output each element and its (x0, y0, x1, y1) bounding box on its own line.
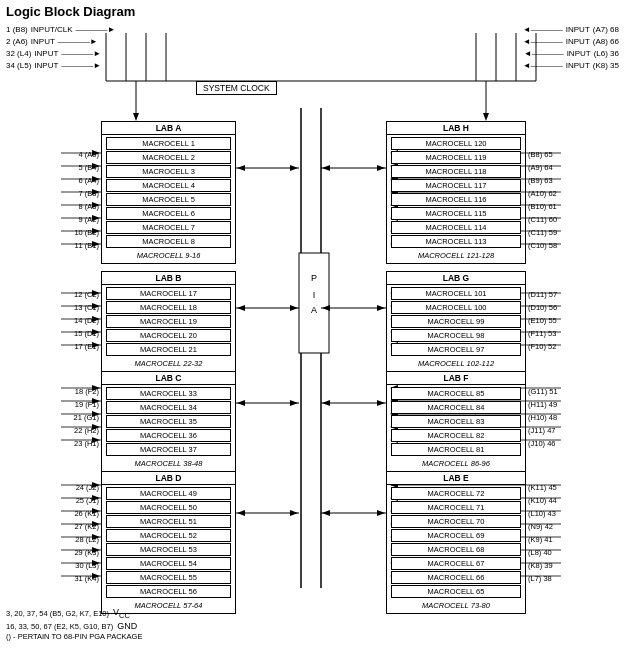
svg-text:P: P (311, 273, 317, 283)
lab-f: LAB F MACROCELL 85 MACROCELL 84 MACROCEL… (386, 371, 526, 472)
macrocell-71: MACROCELL 71 (391, 501, 521, 514)
pin-1-label: 1 (B8) (6, 25, 28, 34)
macrocell-54: MACROCELL 54 (106, 557, 231, 570)
svg-text:I: I (313, 290, 316, 300)
macrocell-84: MACROCELL 84 (391, 401, 521, 414)
note-vcc: 3, 20, 37, 54 (B5, G2, K7, E10) (6, 609, 109, 618)
lab-h-pins: (B8) 65 (A9) 64 (B9) 63 (A10) 62 (B10) 6… (528, 148, 557, 252)
macrocell-3: MACROCELL 3 (106, 165, 231, 178)
pin-35-type: INPUT (566, 61, 590, 70)
macrocell-66: MACROCELL 66 (391, 571, 521, 584)
macrocell-99: MACROCELL 99 (391, 315, 521, 328)
lab-e: LAB E MACROCELL 72 MACROCELL 71 MACROCEL… (386, 471, 526, 614)
macrocell-18: MACROCELL 18 (106, 301, 231, 314)
pin-68-type: INPUT (566, 25, 590, 34)
lab-a-title: LAB A (102, 122, 235, 135)
note-gnd: 16, 33, 50, 67 (E2, K5, G10, B7) (6, 622, 113, 631)
lab-d-title: LAB D (102, 472, 235, 485)
macrocell-113: MACROCELL 113 (391, 235, 521, 248)
svg-marker-36 (377, 400, 385, 406)
svg-marker-20 (237, 165, 245, 171)
macrocell-82: MACROCELL 82 (391, 429, 521, 442)
macrocell-group-b: MACROCELL 22-32 (104, 357, 233, 370)
svg-marker-39 (290, 510, 298, 516)
pin-68-label: (A7) 68 (593, 25, 619, 34)
macrocell-101: MACROCELL 101 (391, 287, 521, 300)
macrocell-20: MACROCELL 20 (106, 329, 231, 342)
svg-marker-41 (322, 510, 330, 516)
lab-d: LAB D MACROCELL 49 MACROCELL 50 MACROCEL… (101, 471, 236, 614)
lab-f-title: LAB F (387, 372, 525, 385)
macrocell-69: MACROCELL 69 (391, 529, 521, 542)
macrocell-2: MACROCELL 2 (106, 151, 231, 164)
system-clock-label: SYSTEM CLOCK (196, 81, 277, 95)
lab-a-pins: 4 (A5) 5 (B4) 6 (A4) 7 (B3) 8 (A3) 9 (A2… (6, 148, 99, 252)
svg-marker-30 (377, 305, 385, 311)
lab-c-pins: 18 (F2) 19 (F1) 21 (G1) 22 (H2) 23 (H1) (6, 385, 99, 450)
pin-34-type: INPUT (34, 61, 58, 70)
macrocell-81: MACROCELL 81 (391, 443, 521, 456)
macrocell-group-e: MACROCELL 73-80 (389, 599, 523, 612)
macrocell-35: MACROCELL 35 (106, 415, 231, 428)
lab-b-title: LAB B (102, 272, 235, 285)
macrocell-5: MACROCELL 5 (106, 193, 231, 206)
macrocell-17: MACROCELL 17 (106, 287, 231, 300)
macrocell-51: MACROCELL 51 (106, 515, 231, 528)
lab-g-pins: (D11) 57 (D10) 56 (E10) 55 (F11) 53 (F10… (528, 288, 557, 353)
left-inputs: 1 (B8) INPUT/CLK ————► 2 (A6) INPUT ————… (6, 25, 116, 70)
macrocell-117: MACROCELL 117 (391, 179, 521, 192)
pin-66-label: (A8) 66 (593, 37, 619, 46)
lab-g: LAB G MACROCELL 101 MACROCELL 100 MACROC… (386, 271, 526, 372)
macrocell-52: MACROCELL 52 (106, 529, 231, 542)
macrocell-83: MACROCELL 83 (391, 415, 521, 428)
right-inputs: ◄———— INPUT (A7) 68 ◄———— INPUT (A8) 66 … (523, 25, 619, 70)
lab-g-title: LAB G (387, 272, 525, 285)
macrocell-7: MACROCELL 7 (106, 221, 231, 234)
macrocell-6: MACROCELL 6 (106, 207, 231, 220)
pin-36-label: (L6) 36 (594, 49, 619, 58)
macrocell-34: MACROCELL 34 (106, 401, 231, 414)
pin-66-type: INPUT (566, 37, 590, 46)
svg-marker-33 (290, 400, 298, 406)
lab-d-pins: 24 (J2) 25 (J1) 26 (K1) 27 (K2) 28 (L2) … (6, 481, 99, 585)
macrocell-4: MACROCELL 4 (106, 179, 231, 192)
svg-marker-29 (322, 305, 330, 311)
macrocell-119: MACROCELL 119 (391, 151, 521, 164)
macrocell-group-h: MACROCELL 121-128 (389, 249, 523, 262)
pin-35-label: (K8) 35 (593, 61, 619, 70)
macrocell-49: MACROCELL 49 (106, 487, 231, 500)
macrocell-56: MACROCELL 56 (106, 585, 231, 598)
pin-36-type: INPUT (567, 49, 591, 58)
macrocell-8: MACROCELL 8 (106, 235, 231, 248)
macrocell-115: MACROCELL 115 (391, 207, 521, 220)
svg-marker-32 (237, 400, 245, 406)
svg-marker-42 (377, 510, 385, 516)
pin-2-type: INPUT (31, 37, 55, 46)
lab-h-title: LAB H (387, 122, 525, 135)
macrocell-group-g: MACROCELL 102-112 (389, 357, 523, 370)
page-title: Logic Block Diagram (6, 4, 619, 19)
macrocell-118: MACROCELL 118 (391, 165, 521, 178)
macrocell-21: MACROCELL 21 (106, 343, 231, 356)
macrocell-53: MACROCELL 53 (106, 543, 231, 556)
macrocell-120: MACROCELL 120 (391, 137, 521, 150)
svg-marker-21 (290, 165, 298, 171)
svg-rect-11 (299, 253, 329, 353)
lab-e-title: LAB E (387, 472, 525, 485)
svg-marker-27 (290, 305, 298, 311)
svg-marker-38 (237, 510, 245, 516)
macrocell-55: MACROCELL 55 (106, 571, 231, 584)
lab-a: LAB A MACROCELL 1 MACROCELL 2 MACROCELL … (101, 121, 236, 264)
lab-e-pins: (K11) 45 (K10) 44 (L10) 43 (N9) 42 (K9) … (528, 481, 557, 585)
svg-marker-26 (237, 305, 245, 311)
macrocell-85: MACROCELL 85 (391, 387, 521, 400)
macrocell-33: MACROCELL 33 (106, 387, 231, 400)
svg-marker-23 (322, 165, 330, 171)
lab-h: LAB H MACROCELL 120 MACROCELL 119 MACROC… (386, 121, 526, 264)
macrocell-97: MACROCELL 97 (391, 343, 521, 356)
macrocell-68: MACROCELL 68 (391, 543, 521, 556)
macrocell-98: MACROCELL 98 (391, 329, 521, 342)
svg-marker-16 (133, 113, 139, 121)
macrocell-70: MACROCELL 70 (391, 515, 521, 528)
svg-text:A: A (311, 305, 317, 315)
